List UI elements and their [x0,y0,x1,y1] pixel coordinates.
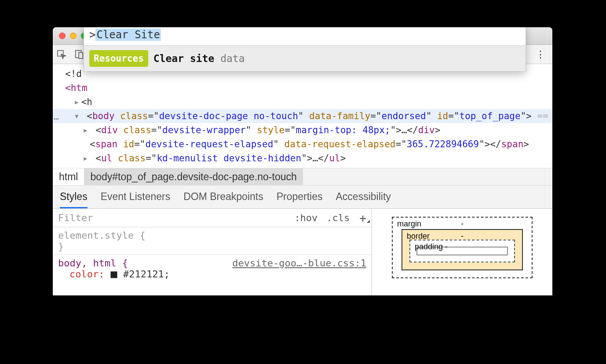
crumb-body[interactable]: body#top_of_page.devsite-doc-page.no-tou… [84,168,303,185]
subtab-properties[interactable]: Properties [277,189,323,208]
command-menu: >Clear Site Resources Clear site data [84,27,526,72]
dom-text: <!d [65,69,82,79]
subtab-accessibility[interactable]: Accessibility [336,189,391,208]
filter-input[interactable]: Filter [53,212,290,223]
bm-border[interactable]: border - padding - [402,229,523,270]
dom-node-span[interactable]: <span id="devsite-request-elapsed" data-… [53,137,552,151]
command-result-item[interactable]: Resources Clear site data [84,46,526,71]
bm-padding[interactable]: padding - [409,240,515,262]
bm-margin[interactable]: margin - border - padding - [392,217,533,278]
styles-pane: Filter :hov .cls + element.style { } dev… [53,209,552,295]
minimize-icon[interactable] [70,33,77,39]
styles-subtabs: Styles Event Listeners DOM Breakpoints P… [53,186,552,209]
source-link[interactable]: devsite-goo…-blue.css:1 [232,258,366,269]
dom-text: <htm [65,83,88,93]
color-swatch-icon[interactable] [110,271,117,278]
element-style-rule[interactable]: element.style { } [53,227,372,255]
command-results: Resources Clear site data [84,45,526,71]
settings-kebab-icon[interactable]: ⋮ [529,49,552,60]
hov-button[interactable]: :hov [290,212,322,223]
command-input[interactable]: >Clear Site [84,27,526,45]
subtab-dom-breakpoints[interactable]: DOM Breakpoints [183,189,263,208]
command-query: Clear Site [95,29,161,41]
styles-filter-row: Filter :hov .cls + [53,209,372,227]
new-rule-button[interactable]: + [354,211,372,225]
category-badge: Resources [89,50,148,67]
breadcrumb: html body#top_of_page.devsite-doc-page.n… [53,168,552,186]
dom-tree[interactable]: <!d <htm <h ⋯ <body class="devsite-doc-p… [53,64,552,168]
cls-button[interactable]: .cls [322,212,354,223]
dom-node-body[interactable]: ⋯ <body class="devsite-doc-page no-touch… [53,109,552,123]
css-rule[interactable]: devsite-goo…-blue.css:1 body, html { col… [53,255,372,282]
crumb-html[interactable]: html [53,168,84,185]
close-icon[interactable] [59,33,66,39]
dom-node[interactable]: <h [53,95,552,109]
styles-rules: Filter :hov .cls + element.style { } dev… [53,209,372,295]
box-model: margin - border - padding - [372,209,552,295]
svg-rect-2 [79,52,83,58]
dom-node-ul[interactable]: <ul class="kd-menulist devsite-hidden">…… [53,151,552,165]
dom-node-div[interactable]: <div class="devsite-wrapper" style="marg… [53,123,552,137]
inspect-icon[interactable] [53,50,70,59]
subtab-styles[interactable]: Styles [60,189,88,208]
devtools-window: DevTools - developers.google.com/web/too… [53,27,552,295]
subtab-event-listeners[interactable]: Event Listeners [101,189,171,208]
